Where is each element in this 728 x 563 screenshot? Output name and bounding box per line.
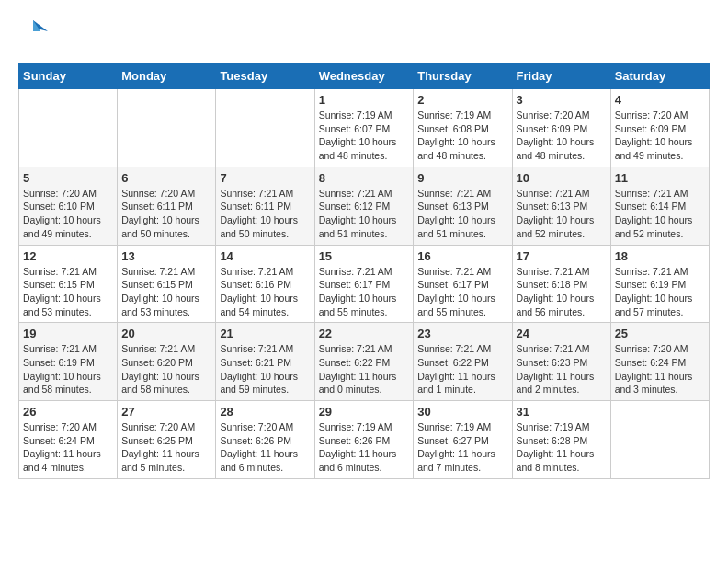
day-info: Sunrise: 7:21 AM Sunset: 6:14 PM Dayligh… [615, 187, 705, 241]
logo [18, 18, 51, 48]
calendar-cell: 27Sunrise: 7:20 AM Sunset: 6:25 PM Dayli… [118, 401, 216, 479]
day-number: 5 [23, 171, 113, 185]
calendar-cell: 12Sunrise: 7:21 AM Sunset: 6:15 PM Dayli… [19, 245, 118, 323]
logo-bird-icon [18, 18, 48, 44]
calendar-cell: 4Sunrise: 7:20 AM Sunset: 6:09 PM Daylig… [610, 89, 709, 167]
day-number: 20 [121, 327, 211, 340]
calendar-cell: 2Sunrise: 7:19 AM Sunset: 6:08 PM Daylig… [414, 89, 512, 167]
day-number: 14 [220, 249, 310, 263]
day-info: Sunrise: 7:20 AM Sunset: 6:11 PM Dayligh… [121, 187, 211, 241]
calendar-table: SundayMondayTuesdayWednesdayThursdayFrid… [18, 63, 710, 479]
col-header-sunday: Sunday [19, 63, 118, 89]
day-number: 30 [417, 405, 507, 419]
day-number: 8 [319, 171, 410, 185]
day-number: 26 [23, 405, 113, 419]
day-number: 4 [615, 93, 705, 107]
calendar-cell: 26Sunrise: 7:20 AM Sunset: 6:24 PM Dayli… [19, 401, 118, 479]
calendar-cell [118, 89, 216, 167]
day-info: Sunrise: 7:21 AM Sunset: 6:17 PM Dayligh… [319, 265, 410, 319]
day-number: 28 [220, 405, 310, 419]
calendar-cell: 8Sunrise: 7:21 AM Sunset: 6:12 PM Daylig… [314, 167, 414, 245]
day-info: Sunrise: 7:21 AM Sunset: 6:23 PM Dayligh… [517, 342, 607, 396]
day-info: Sunrise: 7:19 AM Sunset: 6:27 PM Dayligh… [417, 420, 507, 475]
day-info: Sunrise: 7:21 AM Sunset: 6:12 PM Dayligh… [319, 187, 410, 241]
day-number: 24 [517, 327, 607, 340]
calendar-cell [19, 89, 118, 167]
col-header-tuesday: Tuesday [216, 63, 314, 89]
calendar-cell: 30Sunrise: 7:19 AM Sunset: 6:27 PM Dayli… [414, 401, 512, 479]
calendar-cell: 31Sunrise: 7:19 AM Sunset: 6:28 PM Dayli… [512, 401, 610, 479]
day-number: 11 [615, 171, 705, 185]
calendar-week-row: 5Sunrise: 7:20 AM Sunset: 6:10 PM Daylig… [19, 167, 710, 245]
day-number: 2 [417, 93, 507, 107]
day-number: 3 [517, 93, 607, 107]
day-info: Sunrise: 7:21 AM Sunset: 6:15 PM Dayligh… [121, 265, 211, 319]
calendar-cell: 11Sunrise: 7:21 AM Sunset: 6:14 PM Dayli… [610, 167, 709, 245]
col-header-monday: Monday [118, 63, 216, 89]
day-info: Sunrise: 7:20 AM Sunset: 6:09 PM Dayligh… [517, 109, 607, 163]
day-info: Sunrise: 7:21 AM Sunset: 6:11 PM Dayligh… [220, 187, 310, 241]
calendar-cell: 28Sunrise: 7:20 AM Sunset: 6:26 PM Dayli… [216, 401, 314, 479]
day-info: Sunrise: 7:21 AM Sunset: 6:13 PM Dayligh… [517, 187, 607, 241]
day-info: Sunrise: 7:21 AM Sunset: 6:22 PM Dayligh… [417, 342, 507, 396]
calendar-week-row: 12Sunrise: 7:21 AM Sunset: 6:15 PM Dayli… [19, 245, 710, 323]
calendar-cell: 23Sunrise: 7:21 AM Sunset: 6:22 PM Dayli… [414, 323, 512, 401]
calendar-cell: 18Sunrise: 7:21 AM Sunset: 6:19 PM Dayli… [610, 245, 709, 323]
calendar-cell: 10Sunrise: 7:21 AM Sunset: 6:13 PM Dayli… [512, 167, 610, 245]
day-info: Sunrise: 7:21 AM Sunset: 6:22 PM Dayligh… [319, 342, 410, 396]
day-info: Sunrise: 7:20 AM Sunset: 6:25 PM Dayligh… [121, 420, 211, 475]
day-info: Sunrise: 7:19 AM Sunset: 6:28 PM Dayligh… [517, 420, 607, 475]
calendar-cell: 25Sunrise: 7:20 AM Sunset: 6:24 PM Dayli… [610, 323, 709, 401]
calendar-cell: 6Sunrise: 7:20 AM Sunset: 6:11 PM Daylig… [118, 167, 216, 245]
calendar-week-row: 19Sunrise: 7:21 AM Sunset: 6:19 PM Dayli… [19, 323, 710, 401]
page-header [18, 18, 710, 48]
calendar-cell: 19Sunrise: 7:21 AM Sunset: 6:19 PM Dayli… [19, 323, 118, 401]
day-info: Sunrise: 7:20 AM Sunset: 6:24 PM Dayligh… [23, 420, 113, 475]
calendar-cell: 15Sunrise: 7:21 AM Sunset: 6:17 PM Dayli… [314, 245, 414, 323]
calendar-cell: 7Sunrise: 7:21 AM Sunset: 6:11 PM Daylig… [216, 167, 314, 245]
calendar-cell: 5Sunrise: 7:20 AM Sunset: 6:10 PM Daylig… [19, 167, 118, 245]
day-number: 6 [121, 171, 211, 185]
day-number: 17 [517, 249, 607, 263]
day-info: Sunrise: 7:20 AM Sunset: 6:09 PM Dayligh… [615, 109, 705, 163]
day-number: 12 [23, 249, 113, 263]
calendar-cell: 9Sunrise: 7:21 AM Sunset: 6:13 PM Daylig… [414, 167, 512, 245]
day-number: 15 [319, 249, 410, 263]
day-number: 27 [121, 405, 211, 419]
calendar-week-row: 26Sunrise: 7:20 AM Sunset: 6:24 PM Dayli… [19, 401, 710, 479]
calendar-cell: 3Sunrise: 7:20 AM Sunset: 6:09 PM Daylig… [512, 89, 610, 167]
calendar-cell: 24Sunrise: 7:21 AM Sunset: 6:23 PM Dayli… [512, 323, 610, 401]
day-number: 10 [517, 171, 607, 185]
col-header-thursday: Thursday [414, 63, 512, 89]
day-info: Sunrise: 7:21 AM Sunset: 6:21 PM Dayligh… [220, 342, 310, 396]
day-info: Sunrise: 7:21 AM Sunset: 6:13 PM Dayligh… [417, 187, 507, 241]
day-info: Sunrise: 7:19 AM Sunset: 6:07 PM Dayligh… [319, 109, 410, 163]
calendar-cell: 22Sunrise: 7:21 AM Sunset: 6:22 PM Dayli… [314, 323, 414, 401]
day-number: 29 [319, 405, 410, 419]
calendar-header-row: SundayMondayTuesdayWednesdayThursdayFrid… [19, 63, 710, 89]
day-number: 25 [615, 327, 705, 340]
day-info: Sunrise: 7:20 AM Sunset: 6:26 PM Dayligh… [220, 420, 310, 475]
day-number: 13 [121, 249, 211, 263]
calendar-week-row: 1Sunrise: 7:19 AM Sunset: 6:07 PM Daylig… [19, 89, 710, 167]
day-number: 1 [319, 93, 410, 107]
day-number: 22 [319, 327, 410, 340]
day-number: 18 [615, 249, 705, 263]
day-number: 16 [417, 249, 507, 263]
day-info: Sunrise: 7:21 AM Sunset: 6:17 PM Dayligh… [417, 265, 507, 319]
day-info: Sunrise: 7:21 AM Sunset: 6:19 PM Dayligh… [615, 265, 705, 319]
calendar-cell [216, 89, 314, 167]
calendar-cell: 16Sunrise: 7:21 AM Sunset: 6:17 PM Dayli… [414, 245, 512, 323]
calendar-cell: 17Sunrise: 7:21 AM Sunset: 6:18 PM Dayli… [512, 245, 610, 323]
calendar-cell: 20Sunrise: 7:21 AM Sunset: 6:20 PM Dayli… [118, 323, 216, 401]
day-info: Sunrise: 7:21 AM Sunset: 6:15 PM Dayligh… [23, 265, 113, 319]
col-header-wednesday: Wednesday [314, 63, 414, 89]
day-number: 19 [23, 327, 113, 340]
col-header-saturday: Saturday [610, 63, 709, 89]
day-number: 21 [220, 327, 310, 340]
calendar-cell: 14Sunrise: 7:21 AM Sunset: 6:16 PM Dayli… [216, 245, 314, 323]
calendar-cell: 1Sunrise: 7:19 AM Sunset: 6:07 PM Daylig… [314, 89, 414, 167]
col-header-friday: Friday [512, 63, 610, 89]
day-info: Sunrise: 7:20 AM Sunset: 6:24 PM Dayligh… [615, 342, 705, 396]
day-info: Sunrise: 7:19 AM Sunset: 6:08 PM Dayligh… [417, 109, 507, 163]
